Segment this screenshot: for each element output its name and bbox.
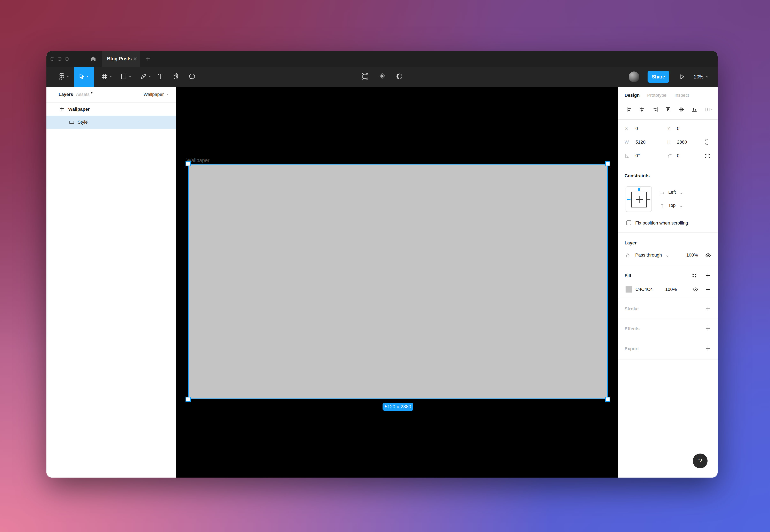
vertical-constraint-value[interactable]: Top <box>668 203 675 208</box>
chevron-down-icon[interactable] <box>109 75 112 79</box>
assets-notification-dot <box>91 92 92 93</box>
tab-inspect[interactable]: Inspect <box>674 93 689 98</box>
constraint-left-active-tick[interactable] <box>627 199 631 200</box>
remove-fill-icon[interactable] <box>705 287 711 294</box>
pen-tool-button[interactable] <box>136 67 155 87</box>
present-button[interactable] <box>679 74 685 81</box>
y-input[interactable]: 0 <box>677 126 679 131</box>
tab-layers[interactable]: Layers <box>59 87 73 102</box>
canvas[interactable]: Wallpaper 5120 × 2880 <box>176 87 618 478</box>
chevron-down-icon <box>666 254 669 259</box>
divider <box>618 359 718 359</box>
tab-close-icon[interactable] <box>133 57 137 62</box>
blend-mode-value[interactable]: Pass through <box>635 252 662 258</box>
close-window-button[interactable] <box>51 57 54 61</box>
selection-handle-top-left[interactable] <box>186 161 191 166</box>
constrain-proportions-icon[interactable] <box>704 138 710 147</box>
main-menu-button[interactable] <box>55 67 73 87</box>
selection-handle-bottom-left[interactable] <box>186 397 191 402</box>
height-input[interactable]: 2880 <box>677 139 687 145</box>
layer-row-style[interactable]: Style <box>46 116 176 129</box>
y-label: Y <box>667 126 670 131</box>
zoom-menu[interactable]: 20% <box>694 67 709 87</box>
figma-logo-icon <box>59 73 65 81</box>
selection-handle-bottom-right[interactable] <box>605 397 610 402</box>
move-tool-button[interactable] <box>74 67 94 87</box>
effects-section-title: Effects <box>625 326 640 332</box>
tab-design[interactable]: Design <box>625 93 640 98</box>
toolbar: Share 20% <box>46 67 718 87</box>
add-stroke-icon[interactable] <box>705 306 711 313</box>
tab-assets[interactable]: Assets <box>76 87 90 102</box>
distribute-menu-icon[interactable] <box>705 107 713 114</box>
frame-tool-button[interactable] <box>97 67 116 87</box>
rotation-radius-row: 0° 0 <box>618 153 718 160</box>
horizontal-constraint-value[interactable]: Left <box>668 190 676 195</box>
new-tab-button[interactable] <box>145 56 151 63</box>
align-top-icon[interactable] <box>665 107 671 114</box>
layer-visibility-eye-icon[interactable] <box>705 253 711 259</box>
fill-visibility-eye-icon[interactable] <box>693 287 698 293</box>
layer-opacity-input[interactable]: 100% <box>685 252 698 258</box>
corner-radius-icon <box>667 154 673 160</box>
fill-row: C4C4C4 100% <box>618 286 718 293</box>
blend-mode-row: Pass through 100% <box>618 252 718 259</box>
home-icon[interactable] <box>90 56 96 63</box>
align-vertical-center-icon[interactable] <box>679 107 685 114</box>
layers-panel: Layers Assets Wallpaper Wallpaper <box>46 87 176 478</box>
vertical-constraint-row[interactable]: Top <box>618 203 718 210</box>
align-left-icon[interactable] <box>626 107 632 114</box>
comment-tool-button[interactable] <box>187 67 198 87</box>
independent-corners-icon[interactable] <box>705 153 710 160</box>
constraints-center-shape <box>639 196 640 203</box>
add-fill-icon[interactable] <box>705 273 711 280</box>
properties-panel: Design Prototype Inspect <box>618 87 718 478</box>
help-question-mark: ? <box>698 457 702 465</box>
tab-prototype[interactable]: Prototype <box>647 93 666 98</box>
export-section-title: Export <box>625 346 639 351</box>
blend-mode-icon <box>625 253 631 259</box>
fix-position-checkbox[interactable] <box>626 220 631 225</box>
fill-styles-icon[interactable] <box>692 273 697 280</box>
chevron-down-icon[interactable] <box>148 75 151 79</box>
x-input[interactable]: 0 <box>635 126 638 131</box>
text-tool-button[interactable] <box>156 67 166 87</box>
selection-handle-top-right[interactable] <box>605 161 610 166</box>
user-avatar[interactable] <box>629 71 639 82</box>
maximize-window-button[interactable] <box>65 57 69 61</box>
selected-frame[interactable] <box>188 164 608 399</box>
add-effect-icon[interactable] <box>705 326 711 333</box>
fill-opacity-input[interactable]: 100% <box>665 287 677 292</box>
minimize-window-button[interactable] <box>58 57 61 61</box>
horizontal-constraint-row[interactable]: Left <box>618 190 718 197</box>
shape-tool-button[interactable] <box>117 67 135 87</box>
chevron-down-icon[interactable] <box>86 75 89 79</box>
align-horizontal-center-icon[interactable] <box>639 107 645 114</box>
chevron-down-icon <box>705 74 709 80</box>
width-input[interactable]: 5120 <box>635 139 646 145</box>
layer-name: Wallpaper <box>68 107 90 112</box>
share-button[interactable]: Share <box>648 71 669 83</box>
create-component-icon[interactable] <box>378 73 386 81</box>
rotation-input[interactable]: 0° <box>635 153 640 158</box>
layer-row-wallpaper[interactable]: Wallpaper <box>46 103 176 116</box>
add-export-icon[interactable] <box>705 346 711 353</box>
hand-tool-button[interactable] <box>171 67 182 87</box>
page-selector[interactable]: Wallpaper <box>144 87 169 102</box>
edit-object-icon[interactable] <box>361 73 369 81</box>
align-right-icon[interactable] <box>652 107 658 114</box>
fill-hex-input[interactable]: C4C4C4 <box>635 287 653 292</box>
selection-tools <box>361 67 403 87</box>
constraint-right-tick[interactable] <box>647 199 650 200</box>
size-row: W 5120 H 2880 <box>618 139 718 146</box>
tab-blog-posts[interactable]: Blog Posts <box>102 51 140 67</box>
page-selector-label: Wallpaper <box>144 92 164 97</box>
fill-color-swatch[interactable] <box>626 286 632 292</box>
chevron-down-icon[interactable] <box>129 75 131 79</box>
share-button-label: Share <box>652 74 665 80</box>
help-button[interactable]: ? <box>693 454 708 468</box>
divider <box>618 232 718 233</box>
corner-radius-input[interactable]: 0 <box>677 153 679 158</box>
align-bottom-icon[interactable] <box>692 107 697 114</box>
use-as-mask-icon[interactable] <box>396 73 403 81</box>
